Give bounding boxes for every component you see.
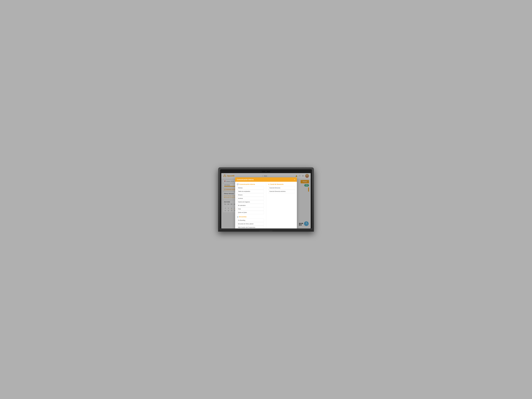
modal-close-button[interactable]: × [294, 179, 295, 180]
comunicacion-list: Noticias Tablón de empleados Enlaces Arc… [237, 186, 264, 214]
laptop-container: OpenHR Inicio 🔔 ? ⚙ [218, 167, 314, 232]
menu-item-tablon[interactable]: Tablón de empleados [237, 190, 264, 193]
menu-item-wa[interactable]: W&A Gestión del Compromiso [237, 226, 264, 228]
encuestas-section-header: 📊 Encuestas [237, 216, 264, 218]
menu-item-quien[interactable]: Quien es Quien [237, 211, 264, 214]
screen-bezel: OpenHR Inicio 🔔 ? ⚙ [220, 169, 312, 232]
menu-item-archivos[interactable]: Archivos [237, 197, 264, 200]
menu-item-canal-denuncia[interactable]: Canal de Denuncia [268, 186, 295, 190]
modal-header: Comunicación Interna × [235, 177, 297, 182]
modal-left-col: 💬 Comunicación Interna Noticias Tablón d… [237, 184, 264, 228]
laptop-bottom [219, 228, 313, 230]
canal-icon: ⊗ [268, 184, 270, 185]
menu-item-clima[interactable]: Encuesta de Clima Laboral [237, 222, 264, 226]
webcam-notch [262, 171, 270, 172]
canal-section-header: ⊗ Canal de Denuncia [268, 184, 295, 185]
menu-item-onboarding[interactable]: On Boarding [237, 219, 264, 222]
menu-item-galeria[interactable]: Galería de imágenes [237, 200, 264, 204]
modal-body: 💬 Comunicación Interna Noticias Tablón d… [235, 182, 297, 228]
comunicacion-icon: 💬 [237, 184, 239, 185]
menu-item-enlaces[interactable]: Enlaces [237, 193, 264, 197]
trackpad[interactable] [260, 231, 272, 231]
encuestas-list: On Boarding Encuesta de Clima Laboral W&… [237, 219, 264, 228]
encuestas-section-title: Encuestas [239, 216, 247, 218]
encuestas-icon: 📊 [237, 216, 238, 217]
canal-section-title: Canal de Denuncia [270, 184, 284, 185]
comunicacion-section-title: Comunicación Interna [239, 184, 255, 185]
screen: OpenHR Inicio 🔔 ? ⚙ [221, 173, 311, 228]
laptop-base [219, 230, 313, 232]
webcam-area [221, 171, 311, 172]
modal: Comunicación Interna × 💬 Comunicación In… [235, 177, 297, 228]
menu-item-canal-anonima[interactable]: Canal de Denuncia anónima [268, 190, 295, 193]
canal-list: Canal de Denuncia Canal de Denuncia anón… [268, 186, 295, 193]
modal-right-col: ⊗ Canal de Denuncia Canal de Denuncia Ca… [268, 184, 295, 228]
modal-title: Comunicación Interna [237, 179, 254, 180]
menu-item-calendario[interactable]: Mi calendario [237, 204, 264, 207]
menu-item-noticias[interactable]: Noticias [237, 186, 264, 190]
menu-item-chat[interactable]: Chat [237, 207, 264, 211]
comunicacion-section-header: 💬 Comunicación Interna [237, 184, 264, 185]
webcam-dot [266, 171, 266, 172]
modal-overlay[interactable]: Comunicación Interna × 💬 Comunicación In… [221, 173, 311, 228]
